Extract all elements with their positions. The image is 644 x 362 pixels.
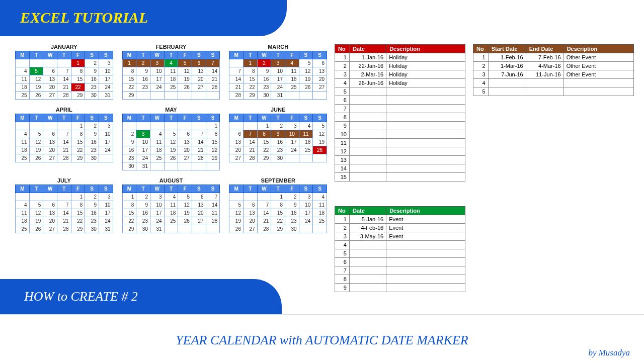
day-cell	[257, 193, 271, 201]
day-cell: 12	[178, 201, 192, 209]
day-header: F	[178, 114, 192, 122]
table-cell: 1	[335, 53, 350, 62]
day-cell: 19	[29, 146, 43, 154]
day-header: T	[164, 51, 178, 59]
day-header: T	[271, 114, 285, 122]
table-cell	[349, 105, 386, 113]
day-cell: 22	[71, 217, 85, 225]
day-cell: 10	[299, 201, 313, 209]
day-header: T	[57, 185, 71, 193]
day-cell: 27	[192, 217, 206, 225]
day-cell: 6	[229, 130, 244, 138]
day-cell: 20	[192, 209, 206, 217]
month-title: MARCH	[229, 43, 327, 51]
day-cell: 19	[178, 75, 192, 83]
day-header: S	[206, 51, 220, 59]
day-header: T	[57, 114, 71, 122]
day-cell: 17	[271, 75, 285, 83]
day-cell: 14	[206, 67, 220, 75]
table-cell: 26-Jun-16	[349, 79, 386, 87]
table-cell	[349, 130, 386, 139]
day-cell: 3	[285, 122, 299, 130]
day-cell: 24	[299, 217, 313, 225]
day-cell	[16, 122, 30, 130]
table-cell: 4	[473, 79, 489, 87]
table-cell: 9	[335, 284, 350, 292]
day-cell: 22	[71, 83, 85, 92]
day-cell	[243, 193, 257, 201]
day-cell: 3	[299, 193, 313, 201]
day-cell: 18	[16, 146, 30, 154]
day-cell: 2	[136, 193, 150, 201]
table-row: 7	[335, 266, 465, 275]
table-cell	[349, 122, 386, 130]
day-cell: 9	[122, 138, 136, 146]
day-cell: 19	[29, 83, 43, 92]
day-cell: 11	[16, 209, 30, 217]
day-cell: 12	[29, 75, 43, 83]
table-cell: 11	[335, 139, 350, 147]
footer-title: YEAR CALENDAR with AUTOMATIC DATE MARKER	[0, 333, 644, 348]
day-cell: 12	[313, 130, 327, 138]
day-cell: 31	[150, 225, 164, 233]
day-cell: 20	[229, 146, 244, 154]
month-july: JULYMTWTFSS 1234567891011121314151617181…	[15, 176, 113, 233]
day-cell: 9	[271, 130, 285, 138]
table-cell: 4-Mar-16	[526, 62, 564, 70]
day-header: S	[85, 114, 99, 122]
day-cell	[313, 225, 327, 233]
table-cell	[349, 96, 386, 105]
day-header: F	[178, 185, 192, 193]
day-cell: 18	[150, 146, 164, 154]
table-cell	[386, 156, 465, 164]
day-cell: 19	[313, 138, 327, 146]
table-cell: 5	[335, 249, 350, 258]
day-header: T	[136, 114, 150, 122]
table-row: 8	[335, 113, 465, 122]
day-cell: 21	[57, 83, 71, 92]
day-cell: 19	[229, 217, 244, 225]
day-cell: 18	[164, 75, 178, 83]
range-event-table: NoStart DateEnd DateDescription11-Feb-16…	[473, 44, 634, 96]
day-cell: 29	[122, 92, 136, 100]
day-cell: 28	[57, 225, 71, 233]
day-cell: 11	[16, 75, 30, 83]
day-cell	[243, 122, 257, 130]
month-title: JULY	[15, 176, 113, 185]
subtitle: HOW to CREATE # 2	[24, 289, 282, 304]
day-cell: 29	[71, 225, 85, 233]
table-row: 11	[335, 139, 465, 147]
day-cell: 14	[229, 75, 244, 83]
day-header: M	[229, 114, 244, 122]
table-row: 14	[335, 164, 465, 173]
col-header: Date	[349, 207, 386, 215]
day-cell: 4	[164, 193, 178, 201]
day-header: S	[85, 51, 99, 59]
month-january: JANUARYMTWTFSS 1234567891011121314151617…	[15, 43, 113, 100]
day-cell: 6	[313, 59, 327, 67]
day-cell: 20	[313, 75, 327, 83]
day-cell: 16	[136, 209, 150, 217]
table-cell: 14	[335, 164, 350, 173]
day-cell	[178, 162, 192, 170]
table-cell	[564, 79, 633, 87]
day-cell	[57, 193, 71, 201]
month-may: MAYMTWTFSS 12345678910111213141516171819…	[122, 106, 220, 170]
table-cell	[526, 79, 564, 87]
day-cell: 16	[257, 75, 271, 83]
day-cell	[192, 122, 206, 130]
day-cell: 15	[71, 138, 85, 146]
table-cell	[386, 249, 465, 258]
day-cell: 10	[99, 201, 113, 209]
day-cell: 29	[71, 92, 85, 100]
day-cell	[164, 122, 178, 130]
day-cell	[136, 92, 150, 100]
day-cell: 24	[99, 217, 113, 225]
month-title: AUGUST	[122, 176, 220, 185]
table-cell: 5	[335, 87, 350, 96]
day-cell: 6	[43, 130, 57, 138]
day-cell	[285, 92, 299, 100]
day-cell	[313, 92, 327, 100]
day-cell: 23	[257, 83, 271, 92]
table-cell: 15	[335, 173, 350, 182]
